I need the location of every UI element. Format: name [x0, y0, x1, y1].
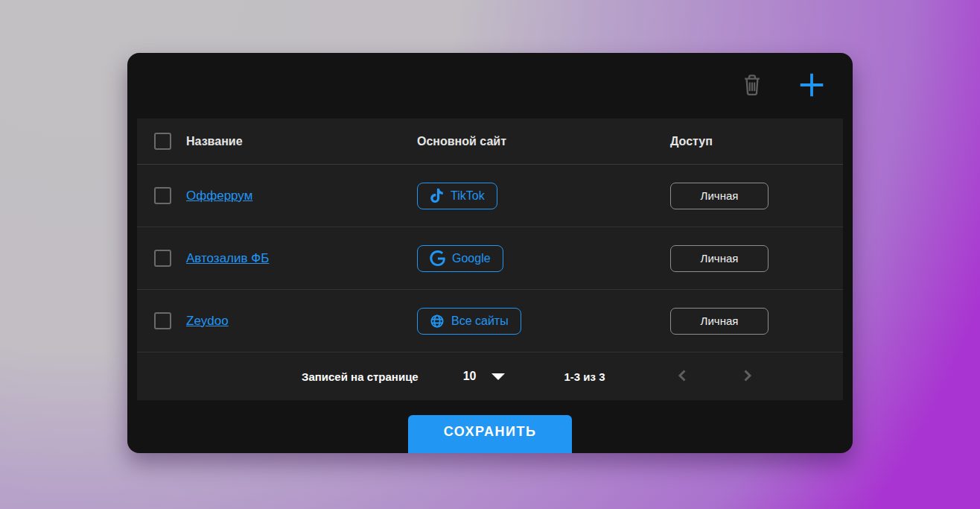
column-header-access: Доступ	[670, 135, 843, 148]
row-checkbox[interactable]	[154, 187, 171, 204]
plus-icon	[798, 71, 826, 101]
save-button[interactable]: СОХРАНИТЬ	[408, 415, 572, 453]
column-header-name: Название	[186, 135, 417, 148]
table-row: Автозалив ФБ Google Личная	[137, 227, 843, 290]
account-name-link[interactable]: Офферрум	[186, 189, 252, 203]
tiktok-icon	[430, 189, 444, 203]
account-name-link[interactable]: Автозалив ФБ	[186, 251, 269, 265]
delete-button[interactable]	[741, 73, 763, 99]
rows-per-page-label: Записей на странице	[302, 370, 419, 383]
chevron-right-icon	[738, 367, 756, 387]
access-button[interactable]: Личная	[670, 183, 769, 209]
select-all-checkbox[interactable]	[154, 133, 171, 150]
previous-page-button[interactable]	[674, 367, 692, 387]
rows-per-page-value: 10	[463, 370, 477, 383]
row-checkbox[interactable]	[154, 312, 171, 329]
accounts-table: Название Основной сайт Доступ Офферрум T…	[137, 118, 843, 400]
site-chip[interactable]: Google	[417, 245, 503, 272]
column-header-site: Основной сайт	[417, 135, 670, 148]
site-chip-label: Google	[452, 252, 491, 265]
add-button[interactable]	[798, 71, 826, 101]
globe-icon	[430, 314, 445, 329]
pagination-bar: Записей на странице 10 1-3 из 3	[137, 352, 843, 400]
accounts-modal: Название Основной сайт Доступ Офферрум T…	[127, 53, 853, 453]
access-button[interactable]: Личная	[670, 245, 769, 272]
chevron-left-icon	[674, 367, 692, 387]
table-row: Офферрум TikTok Личная	[137, 165, 843, 227]
table-header-row: Название Основной сайт Доступ	[137, 118, 843, 165]
row-checkbox[interactable]	[154, 250, 171, 267]
trash-icon	[741, 73, 763, 99]
site-chip-label: Все сайты	[451, 314, 509, 328]
site-chip[interactable]: Все сайты	[417, 308, 521, 335]
table-row: Zeydoo Все сайты Личная	[137, 290, 843, 352]
rows-per-page-select[interactable]: 10	[463, 370, 505, 383]
pagination-range: 1-3 из 3	[564, 370, 605, 383]
site-chip-label: TikTok	[451, 189, 485, 203]
account-name-link[interactable]: Zeydoo	[186, 314, 229, 328]
next-page-button[interactable]	[738, 367, 756, 387]
access-button[interactable]: Личная	[670, 308, 769, 335]
google-icon	[430, 250, 445, 266]
site-chip[interactable]: TikTok	[417, 183, 497, 209]
chevron-down-icon	[491, 373, 505, 380]
modal-toolbar	[127, 53, 853, 118]
